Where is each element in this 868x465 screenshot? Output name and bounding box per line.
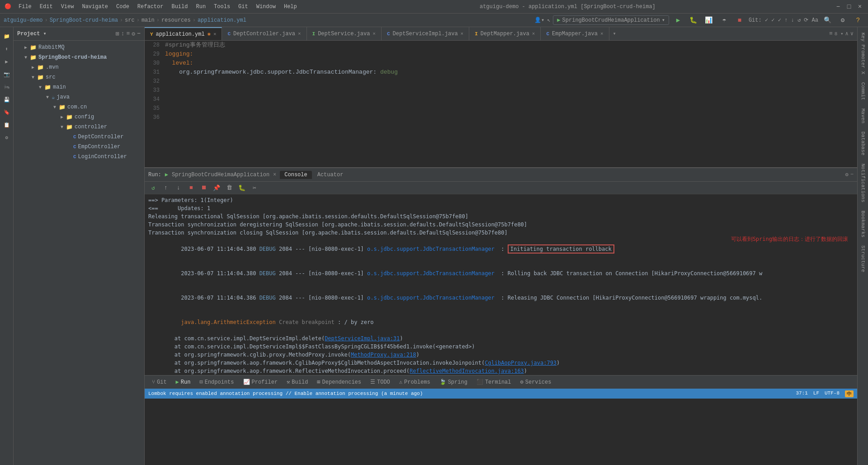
- tree-item-src[interactable]: ▼ 📁 src: [14, 72, 144, 82]
- breadcrumb-file[interactable]: application.yml: [198, 17, 246, 23]
- cursor-position[interactable]: 37:1: [796, 390, 807, 397]
- structure-sidebar-icon[interactable]: 📋: [1, 119, 12, 130]
- breadcrumb-module[interactable]: SpringBoot-crud-heima: [50, 17, 118, 23]
- stack-link-1[interactable]: DeptServiceImpl.java:31: [325, 335, 400, 342]
- collapse-all-icon[interactable]: ⊞: [116, 30, 119, 38]
- restart-button[interactable]: ↺: [148, 183, 158, 193]
- right-panel-key-promoter[interactable]: Key Promoter X: [859, 29, 868, 78]
- right-panel-notifications[interactable]: Notifications: [859, 160, 868, 206]
- tab-close-deptservice[interactable]: ×: [373, 31, 376, 37]
- tree-item-deptcontroller[interactable]: ▶ C DeptController: [14, 132, 144, 142]
- pin-button[interactable]: 📌: [212, 183, 222, 193]
- user-icon[interactable]: 👤▾: [534, 17, 544, 23]
- search-everywhere-button[interactable]: 🔍: [821, 14, 834, 27]
- console-area[interactable]: 可以看到Spring输出的日志：进行了数据的回滚 ==> Parameters:…: [145, 194, 857, 375]
- menu-git[interactable]: Git: [235, 3, 252, 11]
- file-encoding[interactable]: UTF-8: [825, 390, 840, 397]
- tree-item-rabbitmq[interactable]: ▶ 📁 RabbitMQ: [14, 42, 144, 52]
- tab-deptserviceimpl[interactable]: C DeptServiceImpl.java ×: [382, 27, 469, 41]
- coverage-button[interactable]: ☂: [718, 14, 731, 27]
- editor-chevron-up[interactable]: ∧: [845, 30, 849, 37]
- tree-item-empcontroller[interactable]: ▶ C EmpController: [14, 142, 144, 152]
- menu-tools[interactable]: Tools: [210, 3, 234, 11]
- tree-item-mvn[interactable]: ▶ 📁 .mvn: [14, 62, 144, 72]
- scroll-up-button[interactable]: ↑: [161, 183, 171, 193]
- editor-action-icon-1[interactable]: ≡: [829, 30, 833, 37]
- minimize-panel-icon[interactable]: −: [137, 30, 141, 38]
- tab-close-deptmapper[interactable]: ×: [532, 31, 535, 37]
- ant-sidebar-icon[interactable]: 🐜: [1, 81, 12, 92]
- menu-edit[interactable]: Edit: [36, 3, 57, 11]
- project-sidebar-icon[interactable]: 📁: [1, 31, 12, 42]
- close-console-button[interactable]: ✂: [250, 183, 259, 193]
- run-button[interactable]: ▶: [672, 14, 684, 27]
- right-panel-commit[interactable]: Commit: [859, 79, 868, 104]
- bottom-tab-terminal[interactable]: ⬛ Terminal: [473, 378, 515, 386]
- breadcrumb-main[interactable]: main: [142, 17, 155, 23]
- tab-empmapper[interactable]: C EmpMapper.java ×: [541, 27, 609, 41]
- tab-console[interactable]: Console: [280, 171, 311, 179]
- bookmark-sidebar-icon[interactable]: 🔖: [1, 107, 12, 117]
- bottom-tab-spring[interactable]: 🍃 Spring: [436, 378, 471, 386]
- scroll-down-button[interactable]: ↓: [174, 183, 184, 193]
- debug-button[interactable]: 🐛: [687, 14, 700, 27]
- menu-refactor[interactable]: Refactor: [134, 3, 167, 11]
- tab-close-empmapper[interactable]: ×: [600, 31, 604, 37]
- close-button[interactable]: ×: [856, 3, 863, 10]
- commit-sidebar-icon[interactable]: ⬆: [1, 43, 12, 54]
- tab-close-yaml[interactable]: ×: [213, 32, 217, 37]
- run-settings-icon[interactable]: ⚙: [845, 171, 849, 178]
- run-collapse-icon[interactable]: −: [850, 171, 854, 178]
- tree-item-comcn[interactable]: ▼ 📁 com.cn: [14, 102, 144, 112]
- tab-deptmapper[interactable]: I DeptMapper.java ×: [469, 27, 541, 41]
- cursor-icon[interactable]: ↖: [547, 17, 550, 23]
- camera-sidebar-icon[interactable]: 📷: [1, 69, 12, 80]
- tree-item-controller[interactable]: ▼ 📁 controller: [14, 122, 144, 132]
- right-panel-database[interactable]: Database: [859, 128, 868, 159]
- run-config-selector[interactable]: ▶ SpringBootCrudHeimaApplication ▾: [553, 15, 669, 25]
- minimize-button[interactable]: −: [835, 3, 842, 10]
- menu-help[interactable]: Help: [280, 3, 301, 11]
- menu-view[interactable]: View: [57, 3, 78, 11]
- tree-item-springboot[interactable]: ▼ 📁 SpringBoot-crud-heima: [14, 52, 144, 62]
- maximize-button[interactable]: □: [845, 3, 853, 10]
- tree-item-logincontroller[interactable]: ▶ C LoginController: [14, 152, 144, 162]
- menu-run[interactable]: Run: [192, 3, 209, 11]
- settings-sidebar-icon[interactable]: ⚙: [1, 132, 12, 143]
- database-sidebar-icon[interactable]: 💾: [1, 94, 12, 105]
- run-panel-close-icon[interactable]: ×: [273, 172, 276, 178]
- run-app-name[interactable]: SpringBootCrudHeimaApplication: [172, 172, 269, 178]
- help-button[interactable]: ?: [852, 14, 864, 27]
- tab-application-yml[interactable]: Y application.yml ✱ ×: [145, 27, 222, 41]
- menu-code[interactable]: Code: [113, 3, 133, 11]
- right-panel-bookmarks[interactable]: Bookmarks: [859, 207, 868, 241]
- stop-run-button[interactable]: ■: [186, 183, 196, 193]
- bottom-tab-problems[interactable]: ⚠ Problems: [396, 378, 434, 386]
- tab-actuator[interactable]: Actuator: [313, 171, 348, 179]
- menu-navigate[interactable]: Navigate: [78, 3, 112, 11]
- bottom-tab-todo[interactable]: ☰ TODO: [367, 378, 394, 386]
- tree-item-main[interactable]: ▼ 📁 main: [14, 82, 144, 92]
- tab-deptcontroller[interactable]: C DeptController.java ×: [222, 27, 307, 41]
- filter-icon[interactable]: ≡: [127, 30, 130, 38]
- editor-chevron-down[interactable]: ∨: [850, 30, 854, 37]
- gear-icon[interactable]: ⚙: [132, 30, 135, 38]
- stop-button[interactable]: ■: [733, 14, 746, 27]
- right-panel-maven[interactable]: Maven: [859, 105, 868, 127]
- tab-deptservice[interactable]: I DeptService.java ×: [307, 27, 382, 41]
- settings-button[interactable]: ⚙: [836, 14, 849, 27]
- bottom-tab-profiler[interactable]: 📈 Profiler: [240, 378, 282, 386]
- run-sidebar-icon[interactable]: ▶: [1, 56, 12, 67]
- stack-link-2[interactable]: MethodProxy.java:218: [351, 352, 416, 358]
- breadcrumb-src[interactable]: src: [125, 17, 135, 23]
- tree-item-config[interactable]: ▶ 📁 config: [14, 112, 144, 122]
- tree-item-java[interactable]: ▼ ☕ java: [14, 92, 144, 102]
- bottom-tab-git[interactable]: ⑂ Git: [148, 378, 170, 386]
- bottom-tab-endpoints[interactable]: ⊡ Endpoints: [196, 378, 237, 386]
- tab-overflow-button[interactable]: ▾: [609, 30, 620, 37]
- stack-link-3[interactable]: CglibAopProxy.java:793: [485, 360, 557, 366]
- debug-console-button[interactable]: 🐛: [237, 183, 247, 193]
- bottom-tab-services[interactable]: ⚙ Services: [517, 378, 555, 386]
- line-ending[interactable]: LF: [813, 390, 819, 397]
- menu-build[interactable]: Build: [168, 3, 191, 11]
